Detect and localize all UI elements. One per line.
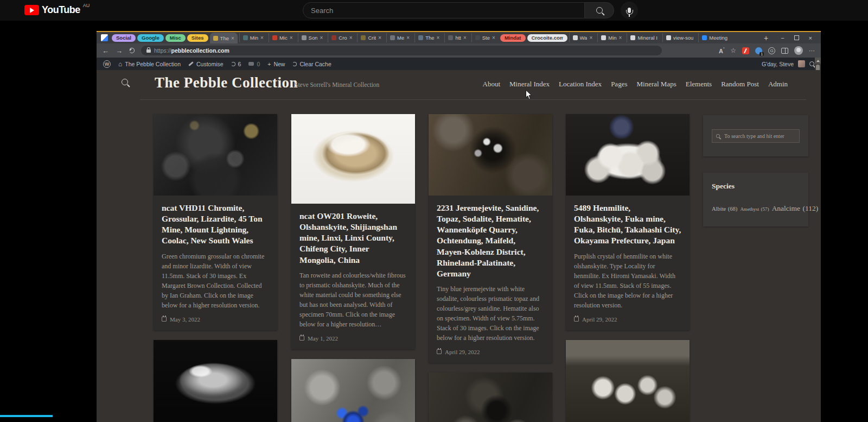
browser-tab[interactable]: Son × [298,33,327,42]
browser-tab[interactable]: Wa × [569,33,596,42]
extension-g-icon[interactable]: G [768,47,775,54]
post-image[interactable] [291,114,415,204]
close-button[interactable]: × [809,35,812,41]
tab-close-icon[interactable]: × [437,35,440,41]
tab-close-icon[interactable]: × [589,35,592,41]
browser-tab[interactable]: Crocoite.com [527,34,567,42]
browser-tab[interactable]: Mic × [269,33,296,42]
browser-tab[interactable]: htt × [444,33,469,42]
youtube-logo[interactable]: YouTube AU [24,5,90,15]
wp-site-menu[interactable]: ⌂The Pebble Collection [118,60,181,68]
browser-tab[interactable]: Social [112,34,136,42]
post-card[interactable]: 30137 Boron [154,340,277,422]
browser-tab[interactable]: The × [414,33,443,42]
species-tag[interactable]: Amethyst (57) [740,206,769,212]
forward-button[interactable]: → [116,47,123,55]
post-image[interactable] [429,373,552,422]
tab-close-icon[interactable]: × [492,35,495,41]
browser-tab[interactable]: Min × [239,33,267,42]
url-field[interactable]: https://pebblecollection.com [141,46,662,55]
browser-tab[interactable]: Misc [165,34,186,42]
browser-tab[interactable]: Meeting [698,33,731,42]
youtube-mic-button[interactable] [621,2,638,19]
post-title[interactable]: ncat OW201 Roweite, Olshanskyite, Shijia… [291,204,415,266]
browser-tab[interactable]: Sites [187,34,208,42]
youtube-search-button[interactable] [585,2,614,18]
browser-tab[interactable]: The × [210,33,238,43]
nav-item[interactable]: Admin [768,80,788,89]
post-card[interactable] [429,373,552,422]
post-card[interactable]: 5764 Smithsonite, Slag dumps, [566,340,690,422]
tab-close-icon[interactable]: × [320,35,323,41]
browser-tab[interactable]: view-sou [662,33,697,42]
nav-item[interactable]: Random Post [721,80,759,89]
scroll-up-arrow[interactable] [815,58,821,64]
tab-close-icon[interactable]: × [349,35,353,41]
nav-item[interactable]: Mineral Maps [636,80,676,89]
browser-tab[interactable]: Mineral I [627,33,660,42]
site-search-toggle[interactable] [122,78,128,87]
video-progress-bar[interactable] [0,415,53,417]
settings-menu-icon[interactable]: ⋯ [809,47,815,54]
post-card[interactable]: 2231 Jeremejevite, Sanidine, Topaz, Soda… [429,114,552,363]
extension-red-icon[interactable] [742,47,749,54]
wp-comments[interactable]: 0 [248,61,260,67]
maximize-button[interactable] [794,35,799,40]
post-title[interactable]: ncat VHD11 Chromite, Grossular, Lizardit… [154,196,277,247]
favorites-icon[interactable]: ☆ [730,47,736,54]
post-card[interactable]: ncat VHD11 Chromite, Grossular, Lizardit… [154,114,277,330]
wp-updates[interactable]: 6 [231,61,241,67]
browser-tab[interactable]: Crit × [357,33,385,42]
nav-item[interactable]: Mineral Index [509,80,550,89]
nav-item[interactable]: Location Index [559,80,602,89]
post-title[interactable]: 2231 Jeremejevite, Sanidine, Topaz, Soda… [429,196,552,279]
species-tag[interactable]: Albite (68) [712,206,737,212]
post-image[interactable] [566,114,690,196]
post-image[interactable] [154,340,277,422]
nav-item[interactable]: Elements [686,80,712,89]
tab-close-icon[interactable]: × [463,35,467,41]
site-title[interactable]: The Pebble Collection [155,74,298,91]
wp-new[interactable]: +New [267,61,285,67]
tab-close-icon[interactable]: × [260,35,264,41]
reload-button[interactable] [129,48,135,53]
sidebar-search-input[interactable] [712,129,800,143]
wordpress-logo-icon[interactable]: W [103,60,111,68]
new-tab-button[interactable]: + [760,34,773,42]
minimize-button[interactable]: − [781,35,784,41]
workspaces-icon[interactable] [101,34,108,41]
post-card[interactable]: 5489 Henmilite, Olshanskyite, Fuka mine,… [566,114,690,330]
youtube-search-input[interactable] [303,2,585,18]
post-card[interactable] [291,359,415,422]
tab-close-icon[interactable]: × [378,35,381,41]
post-card[interactable]: ncat OW201 Roweite, Olshanskyite, Shijia… [291,114,415,349]
species-tag[interactable]: Analcime (112) [772,204,819,212]
wp-search-icon[interactable] [809,61,814,66]
wp-clear-cache[interactable]: Clear Cache [292,61,331,67]
nav-item[interactable]: Pages [611,80,627,89]
profile-avatar[interactable] [794,46,803,55]
read-aloud-icon[interactable]: Aˆ [719,47,724,54]
wp-greeting[interactable]: G'day, Steve [762,61,794,67]
post-title[interactable]: 5489 Henmilite, Olshanskyite, Fuka mine,… [566,196,690,247]
browser-tab[interactable]: Ste × [471,33,499,42]
tab-close-icon[interactable]: × [619,35,622,41]
tab-close-icon[interactable]: × [406,35,410,41]
browser-tab[interactable]: Cro × [328,33,355,42]
back-button[interactable]: ← [102,47,109,55]
browser-tab[interactable]: Min × [597,33,625,42]
post-image[interactable] [429,114,552,196]
browser-tab[interactable]: Mindat [500,34,526,42]
browser-tab[interactable]: Google [137,34,164,42]
post-image[interactable] [291,359,415,422]
post-image[interactable] [154,114,277,196]
extension-blue-icon[interactable]: 1 [755,47,762,54]
tab-close-icon[interactable]: × [290,35,293,41]
tab-close-icon[interactable]: × [231,35,234,41]
wp-user-avatar[interactable] [798,60,805,67]
post-image[interactable] [566,340,690,422]
browser-tab[interactable]: Me × [386,33,413,42]
nav-item[interactable]: About [483,80,501,89]
split-screen-icon[interactable] [781,48,788,54]
wp-customise[interactable]: Customise [188,61,224,67]
